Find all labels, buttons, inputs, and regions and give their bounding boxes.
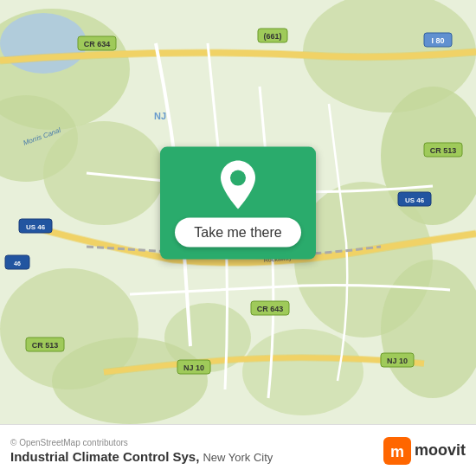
svg-text:NJ: NJ: [154, 111, 166, 121]
svg-text:NJ 10: NJ 10: [387, 357, 408, 365]
take-me-there-button[interactable]: Take me there: [175, 218, 300, 248]
svg-text:CR 513: CR 513: [32, 341, 59, 350]
action-card: Take me there: [160, 147, 316, 260]
svg-text:US 46: US 46: [405, 196, 425, 204]
take-me-there-overlay: Take me there: [160, 147, 316, 260]
svg-text:US 46: US 46: [26, 223, 46, 231]
moovit-brand-icon: m: [383, 437, 411, 465]
svg-text:CR 643: CR 643: [257, 305, 284, 313]
svg-point-10: [242, 329, 363, 415]
moovit-brand-text: moovit: [415, 441, 466, 460]
svg-point-39: [230, 170, 246, 186]
svg-text:NJ 10: NJ 10: [183, 363, 204, 372]
place-name: Industrial Climate Control Sys,: [10, 449, 199, 464]
place-location: New York City: [203, 451, 273, 464]
svg-text:(661): (661): [263, 32, 281, 41]
place-info: © OpenStreetMap contributors Industrial …: [10, 438, 273, 464]
bottom-bar: © OpenStreetMap contributors Industrial …: [0, 424, 476, 476]
svg-text:m: m: [390, 443, 404, 460]
map-container: CR 634 I 80 (661) CR 513 US 46 US 46 46 …: [0, 0, 476, 424]
moovit-logo: m moovit: [383, 437, 466, 465]
svg-text:46: 46: [14, 261, 21, 267]
svg-point-3: [43, 121, 164, 225]
copyright-text: © OpenStreetMap contributors: [10, 438, 273, 447]
svg-text:CR 513: CR 513: [430, 146, 457, 155]
location-pin-icon: [216, 159, 260, 211]
svg-text:I 80: I 80: [431, 36, 444, 45]
svg-point-12: [0, 13, 87, 74]
svg-text:CR 634: CR 634: [84, 40, 111, 48]
